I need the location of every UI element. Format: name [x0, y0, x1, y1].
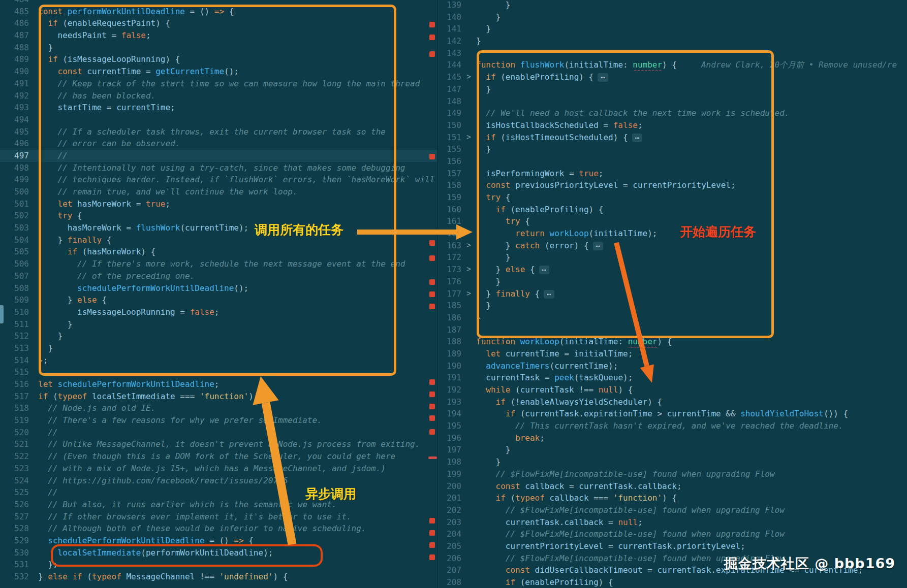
code-line[interactable]: 197 } — [437, 444, 907, 456]
code-line[interactable]: 526 // But also, it runs earlier which i… — [0, 499, 437, 511]
folded-code-badge[interactable]: ⋯ — [598, 73, 608, 82]
fold-chevron-icon[interactable]: > — [461, 240, 476, 252]
overview-ruler[interactable] — [427, 0, 437, 588]
code-line[interactable]: 505 if (hasMoreWork) { — [0, 246, 437, 258]
code-line[interactable]: 176 } — [437, 276, 907, 288]
code-line[interactable]: 149 // We'll need a host callback the ne… — [437, 107, 907, 119]
code-line[interactable]: 490 const currentTime = getCurrentTime()… — [0, 66, 437, 78]
code-line[interactable]: 199 // $FlowFixMe[incompatible-use] foun… — [437, 468, 907, 480]
code-line[interactable]: 493 startTime = currentTime; — [0, 102, 437, 114]
code-line[interactable]: 196 break; — [437, 432, 907, 444]
code-line[interactable]: 203 currentTask.callback = null; — [437, 516, 907, 529]
code-line[interactable]: 141 } — [437, 23, 907, 35]
code-line[interactable]: 172 } — [437, 251, 907, 264]
fold-chevron-icon[interactable]: > — [461, 288, 476, 300]
code-line[interactable]: 497 // — [0, 150, 437, 162]
fold-chevron-icon[interactable]: > — [461, 71, 476, 83]
code-line[interactable]: 173> } else {⋯ — [437, 264, 907, 276]
code-line[interactable]: 204 // $FlowFixMe[incompatible-use] foun… — [437, 528, 907, 540]
code-line[interactable]: 202 // $FlowFixMe[incompatible-use] foun… — [437, 504, 907, 516]
code-line[interactable]: 186} — [437, 312, 907, 324]
code-line[interactable]: 511 } — [0, 318, 437, 331]
code-line[interactable]: 508 schedulePerformWorkUntilDeadline(); — [0, 282, 437, 295]
code-line[interactable]: 500 // remain true, and we'll continue t… — [0, 186, 437, 198]
code-line[interactable]: 195 // This currentTask hasn't expired, … — [437, 420, 907, 432]
code-line[interactable]: 208 if (enableProfiling) { — [437, 576, 907, 588]
code-line[interactable]: 516let schedulePerformWorkUntilDeadline; — [0, 378, 437, 390]
code-line[interactable]: 494 — [0, 114, 437, 126]
code-line[interactable]: 503 hasMoreWork = flushWork(currentTime)… — [0, 222, 437, 234]
code-line[interactable]: 486 if (enableRequestPaint) { — [0, 17, 437, 29]
code-line[interactable]: 485const performWorkUntilDeadline = () =… — [0, 6, 437, 18]
code-line[interactable]: 200 const callback = currentTask.callbac… — [437, 480, 907, 493]
code-line[interactable]: 140 } — [437, 11, 907, 23]
code-line[interactable]: 519 // There's a few reasons for why we … — [0, 414, 437, 427]
code-line[interactable]: 158 const previousPriorityLevel = curren… — [437, 179, 907, 191]
code-line[interactable]: 198 } — [437, 456, 907, 468]
code-line[interactable]: 201 if (typeof callback === 'function') … — [437, 492, 907, 504]
code-line[interactable]: 177> } finally {⋯ — [437, 288, 907, 300]
code-line[interactable]: 518 // Node.js and old IE. — [0, 402, 437, 414]
code-line[interactable]: 189 let currentTime = initialTime; — [437, 348, 907, 360]
code-line[interactable]: 523 // with a mix of Node.js 15+, which … — [0, 463, 437, 475]
code-line[interactable]: 193 if (!enableAlwaysYieldScheduler) { — [437, 396, 907, 408]
code-line[interactable]: 487 needsPaint = false; — [0, 29, 437, 42]
code-line[interactable]: 192 while (currentTask !== null) { — [437, 384, 907, 396]
code-line[interactable]: 187 — [437, 324, 907, 336]
code-line[interactable]: 515 — [0, 366, 437, 378]
code-line[interactable]: 517if (typeof localSetImmediate === 'fun… — [0, 390, 437, 403]
folded-code-badge[interactable]: ⋯ — [632, 134, 642, 142]
code-line[interactable]: 502 try { — [0, 210, 437, 222]
code-line[interactable]: 148 — [437, 95, 907, 108]
code-line[interactable]: 504 } finally { — [0, 234, 437, 246]
code-line[interactable]: 151> if (isHostTimeoutScheduled) {⋯ — [437, 132, 907, 144]
fold-chevron-icon[interactable]: > — [461, 132, 476, 144]
code-line[interactable]: 496 // error can be observed. — [0, 138, 437, 150]
code-line[interactable]: 495 // If a scheduler task throws, exit … — [0, 126, 437, 138]
code-line[interactable]: 156 — [437, 155, 907, 168]
code-line[interactable]: 161 try { — [437, 215, 907, 227]
code-line[interactable]: 162 return workLoop(initialTime); — [437, 227, 907, 240]
code-line[interactable]: 498 // Intentionally not using a try-cat… — [0, 162, 437, 174]
code-line[interactable]: 509 } else { — [0, 294, 437, 306]
code-line[interactable]: 514}; — [0, 354, 437, 367]
code-line[interactable]: 150 isHostCallbackScheduled = false; — [437, 119, 907, 132]
code-line[interactable]: 521 // Unlike MessageChannel, it doesn't… — [0, 438, 437, 450]
code-line[interactable]: 530 localSetImmediate(performWorkUntilDe… — [0, 547, 437, 559]
code-line[interactable]: 139 } — [437, 0, 907, 11]
code-line[interactable]: 499 // techniques harder. Instead, if `f… — [0, 174, 437, 186]
code-line[interactable]: 191 currentTask = peek(taskQueue); — [437, 372, 907, 384]
code-line[interactable]: 145> if (enableProfiling) {⋯ — [437, 71, 907, 83]
code-line[interactable]: 529 schedulePerformWorkUntilDeadline = (… — [0, 535, 437, 547]
code-line[interactable]: 160 if (enableProfiling) { — [437, 204, 907, 216]
code-line[interactable]: 510 isMessageLoopRunning = false; — [0, 306, 437, 318]
code-line[interactable]: 159 try { — [437, 191, 907, 204]
code-line[interactable]: 507 // of the preceding one. — [0, 270, 437, 282]
code-line[interactable]: 188function workLoop(initialTime: number… — [437, 336, 907, 348]
fold-chevron-icon[interactable]: > — [461, 264, 476, 276]
folded-code-badge[interactable]: ⋯ — [544, 290, 554, 299]
code-line[interactable]: 532} else if (typeof MessageChannel !== … — [0, 571, 437, 583]
code-line[interactable]: 531 }; — [0, 559, 437, 571]
folded-code-badge[interactable]: ⋯ — [539, 266, 549, 274]
code-line[interactable]: 185 } — [437, 300, 907, 312]
code-line[interactable]: 147 } — [437, 83, 907, 95]
code-line[interactable]: 163> } catch (error) {⋯ — [437, 240, 907, 252]
code-line[interactable]: 142} — [437, 35, 907, 47]
code-line[interactable]: 491 // Keep track of the start time so w… — [0, 78, 437, 90]
code-line[interactable]: 144function flushWork(initialTime: numbe… — [437, 59, 907, 71]
code-line[interactable]: 522 // (Even though this is a DOM fork o… — [0, 450, 437, 463]
code-line[interactable]: 155 } — [437, 143, 907, 155]
code-line[interactable]: 143 — [437, 47, 907, 59]
code-line[interactable]: 489 if (isMessageLoopRunning) { — [0, 53, 437, 66]
code-line[interactable]: 528 // Although both of these would be i… — [0, 522, 437, 535]
code-line[interactable]: 506 // If there's more work, schedule th… — [0, 258, 437, 270]
code-line[interactable]: 484 — [0, 0, 437, 6]
code-line[interactable]: 512 } — [0, 330, 437, 342]
code-line[interactable]: 205 currentPriorityLevel = currentTask.p… — [437, 540, 907, 552]
code-line[interactable]: 190 advanceTimers(currentTime); — [437, 360, 907, 372]
code-line[interactable]: 488 } — [0, 42, 437, 54]
code-line[interactable]: 527 // If other browsers ever implement … — [0, 511, 437, 523]
code-line[interactable]: 194 if (currentTask.expirationTime > cur… — [437, 408, 907, 420]
folded-code-badge[interactable]: ⋯ — [593, 242, 603, 250]
